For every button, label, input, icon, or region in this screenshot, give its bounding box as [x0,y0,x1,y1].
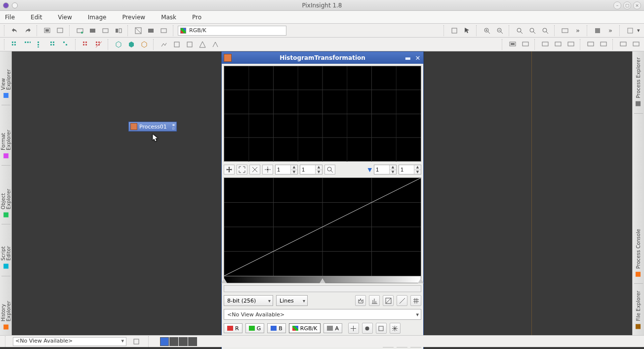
workspace-divider[interactable] [531,51,532,335]
dialog-close-button[interactable]: ✕ [414,54,421,62]
monitor-icon[interactable] [630,39,642,50]
dock-tab-process-console[interactable]: Process Console [636,223,641,283]
toolbar-icon[interactable] [559,25,571,36]
zoom-out-icon[interactable] [494,25,506,36]
output-vzoom-value[interactable] [399,165,414,174]
pointer-icon[interactable] [461,25,473,36]
toolbar-icon[interactable] [624,25,636,36]
zoom-11-button[interactable] [249,165,260,174]
toolbar-icon[interactable] [74,25,86,36]
grid-icon[interactable] [60,39,72,50]
zoom-fit-icon[interactable] [514,25,525,36]
readout-mode-button[interactable] [348,323,359,334]
toolbar-icon[interactable] [41,25,53,36]
toolbar-icon[interactable] [158,25,170,36]
menu-edit[interactable]: Edit [30,13,43,22]
output-range-bar[interactable] [224,285,421,292]
dock-tab-history-explorer[interactable]: History Explorer [0,277,11,335]
toolbar-icon[interactable] [132,25,144,36]
midtones-slider-handle[interactable] [320,278,325,283]
status-view-selector[interactable]: <No View Available> ▾ [13,337,126,346]
input-vzoom-spinner[interactable]: ▲▼ [300,165,322,174]
dock-tab-format-explorer[interactable]: Format Explorer [0,106,11,164]
dock-tab-object-explorer[interactable]: Object Explorer [0,167,11,223]
readout-mode-button[interactable] [376,323,387,334]
toolbar-icon[interactable] [113,25,124,36]
toolbar-overflow[interactable]: » [572,25,584,36]
cube-icon[interactable] [113,39,124,50]
plot-style-button[interactable] [397,295,407,306]
input-vzoom-value[interactable] [300,165,315,174]
zoom-extents-button[interactable] [237,165,247,174]
dock-tab-view-explorer[interactable]: View Explorer [0,51,11,104]
channel-a-button[interactable]: A [323,323,342,333]
output-vzoom-spinner[interactable]: ▲▼ [399,165,421,174]
plot-style-button[interactable] [355,295,366,306]
menu-preview[interactable]: Preview [121,13,146,22]
toolbar-icon[interactable] [184,39,196,50]
monitor-icon[interactable] [598,39,609,50]
monitor-icon[interactable] [585,39,597,50]
zoom-icon[interactable] [526,25,538,36]
monitor-icon[interactable] [552,39,564,50]
grid-icon[interactable] [93,39,105,50]
status-icon[interactable] [130,336,142,347]
plot-style-button[interactable] [369,295,380,306]
input-hzoom-spinner[interactable]: ▲▼ [275,165,298,174]
grid-icon[interactable] [9,39,21,50]
monitor-icon[interactable] [507,39,519,50]
input-histogram-display[interactable] [224,66,421,162]
workspace-4-button[interactable] [188,337,197,346]
zoom-tool-icon[interactable] [324,165,335,174]
grid-icon[interactable] [22,39,34,50]
output-hzoom-value[interactable] [374,165,389,174]
input-hzoom-value[interactable] [276,165,290,174]
clipping-slider[interactable] [224,276,421,283]
menu-file[interactable]: File [4,13,16,22]
grid-icon[interactable] [80,39,92,50]
iconified-process[interactable]: Process01 ▪▫ [128,122,177,131]
toolbar-icon[interactable] [171,39,183,50]
channel-r-button[interactable]: R [224,323,242,333]
dock-tab-script-editor[interactable]: Script Editor [0,225,11,274]
zoom-in-icon[interactable] [481,25,493,36]
readout-mode-button[interactable] [390,323,401,334]
bitdepth-combo[interactable]: 8-bit (256) [224,295,273,306]
chevron-down-icon[interactable]: ▼ [368,167,372,173]
grid-toggle-button[interactable] [410,295,421,306]
monitor-icon[interactable] [565,39,577,50]
channel-b-button[interactable]: B [267,323,286,333]
toolbar-icon[interactable] [158,39,170,50]
menu-view[interactable]: View [57,13,73,22]
workspace-2-button[interactable] [169,337,178,346]
pan-button[interactable] [224,165,235,174]
cube-icon[interactable] [138,39,150,50]
menu-image[interactable]: Image [87,13,108,22]
cube-icon[interactable] [125,39,137,50]
dock-tab-file-explorer[interactable]: File Explorer [636,285,641,335]
highlights-slider-handle[interactable] [418,278,424,283]
toolbar-icon[interactable] [448,25,460,36]
toolbar-icon[interactable] [197,39,208,50]
zoom-icon[interactable] [539,25,551,36]
transfer-curve-display[interactable] [224,177,421,276]
readout-mode-button[interactable] [362,323,373,334]
redo-button[interactable] [22,25,34,36]
shadows-slider-handle[interactable] [221,278,227,283]
grid-icon[interactable] [35,39,46,50]
menu-mask[interactable]: Mask [160,13,177,22]
menu-process-truncated[interactable]: Pro [191,13,202,22]
monitor-icon[interactable] [520,39,531,50]
toolbar-icon[interactable] [145,25,157,36]
toolbar-icon[interactable] [54,25,66,36]
toolbar-icon[interactable] [209,39,221,50]
zoom-center-button[interactable] [262,165,273,174]
channel-rgbk-button[interactable]: RGB/K [289,323,321,333]
dock-tab-process-explorer[interactable]: Process Explorer [636,51,641,112]
target-view-selector[interactable]: <No View Available> [224,309,421,320]
workspace-switcher[interactable] [160,337,197,346]
grid-icon[interactable] [47,39,59,50]
monitor-icon[interactable] [539,39,551,50]
dialog-titlebar[interactable]: HistogramTransformation ▬ ✕ [222,52,423,64]
toolbar-overflow[interactable]: » [604,25,616,36]
